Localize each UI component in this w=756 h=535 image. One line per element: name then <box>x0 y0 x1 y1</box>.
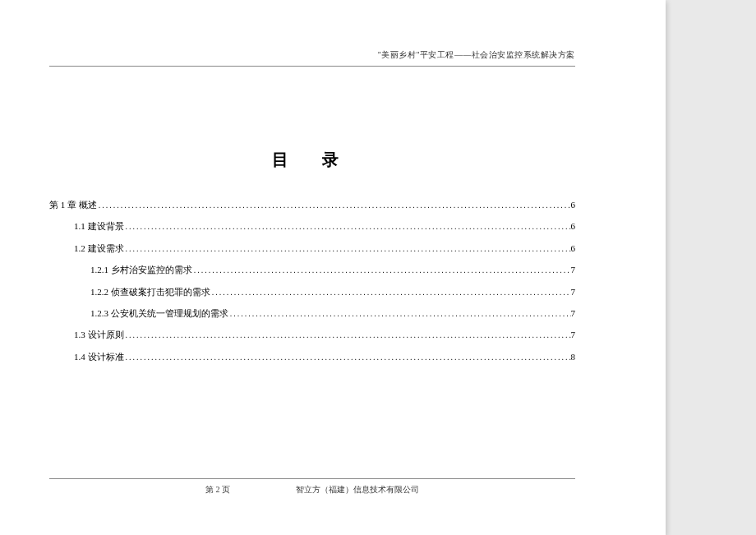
page-footer: 第 2 页 智立方（福建）信息技术有限公司 <box>49 478 575 496</box>
toc-item-page: 6 <box>571 194 576 215</box>
footer-page-number: 第 2 页 <box>205 484 230 496</box>
toc-leader <box>97 194 571 215</box>
toc-item-label: 1.3 设计原则 <box>74 324 124 345</box>
toc-item-page: 6 <box>571 215 576 237</box>
toc-item-page: 6 <box>571 238 576 259</box>
toc-item: 1.2.1 乡村治安监控的需求 7 <box>49 259 575 280</box>
viewport: "美丽乡村"平安工程——社会治安监控系统解决方案 目 录 第 1 章 概述 61… <box>0 0 756 535</box>
toc-item: 1.2 建设需求 6 <box>49 238 575 259</box>
gutter <box>666 0 756 535</box>
toc-leader <box>124 324 571 345</box>
toc-item: 第 1 章 概述 6 <box>49 194 575 215</box>
page-header: "美丽乡村"平安工程——社会治安监控系统解决方案 <box>49 49 575 67</box>
footer-company: 智立方（福建）信息技术有限公司 <box>296 484 419 496</box>
toc-item-label: 1.2.3 公安机关统一管理规划的需求 <box>90 302 228 324</box>
toc-item-label: 1.2.2 侦查破案打击犯罪的需求 <box>90 281 210 302</box>
toc-leader <box>124 238 571 259</box>
document-page: "美丽乡村"平安工程——社会治安监控系统解决方案 目 录 第 1 章 概述 61… <box>0 0 666 535</box>
toc-item: 1.3 设计原则 7 <box>49 324 575 345</box>
toc-item-label: 第 1 章 概述 <box>49 194 97 215</box>
toc-list: 第 1 章 概述 61.1 建设背景 61.2 建设需求 61.2.1 乡村治安… <box>49 194 575 367</box>
toc-item-label: 1.2.1 乡村治安监控的需求 <box>90 259 192 280</box>
toc-item-label: 1.2 建设需求 <box>74 238 124 259</box>
toc-item-page: 7 <box>571 302 576 324</box>
toc-leader <box>124 346 571 367</box>
toc-item-page: 7 <box>571 259 576 280</box>
toc-item: 1.2.2 侦查破案打击犯罪的需求 7 <box>49 281 575 302</box>
header-text: "美丽乡村"平安工程——社会治安监控系统解决方案 <box>378 50 575 59</box>
toc-item: 1.1 建设背景 6 <box>49 215 575 237</box>
toc-item-label: 1.4 设计标准 <box>74 346 124 367</box>
toc-leader <box>228 302 571 324</box>
toc-leader <box>192 259 571 280</box>
toc-item-page: 8 <box>571 346 576 367</box>
toc-leader <box>124 215 571 237</box>
toc-item: 1.4 设计标准 8 <box>49 346 575 367</box>
toc-leader <box>210 281 571 302</box>
toc-item: 1.2.3 公安机关统一管理规划的需求 7 <box>49 302 575 324</box>
toc-item-page: 7 <box>571 324 576 345</box>
toc-item-page: 7 <box>571 281 576 302</box>
toc-title: 目 录 <box>49 149 575 171</box>
toc-item-label: 1.1 建设背景 <box>74 215 124 237</box>
